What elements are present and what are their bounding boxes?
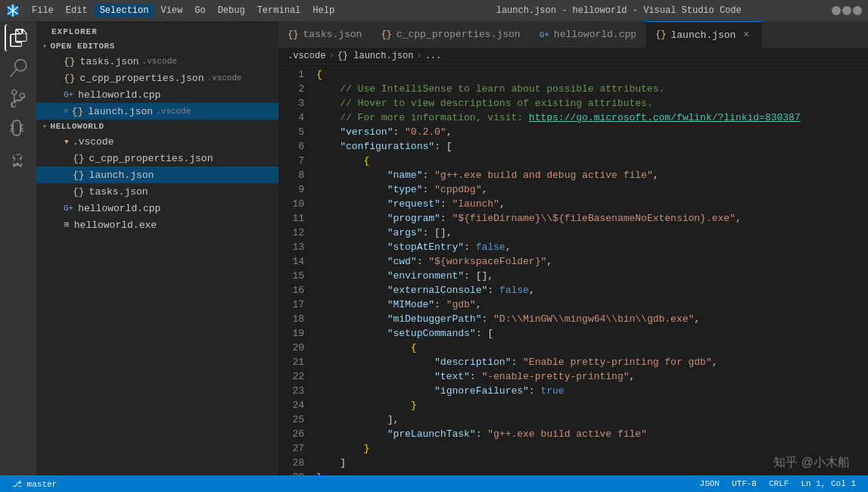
status-branch[interactable]: ⎇ master (6, 479, 63, 489)
c-cpp-label: c_cpp_properties.json (80, 73, 204, 84)
launch-json-oe-label: launch.json (88, 106, 153, 117)
close-button[interactable] (853, 6, 862, 15)
line-numbers: 123 456 789 101112 131415 161718 192021 … (278, 67, 310, 472)
c-cpp-icon: {} (64, 73, 76, 84)
tab-c-cpp-label: c_cpp_properties.json (397, 29, 521, 40)
helloworld-cpp-label: helloworld.cpp (78, 89, 160, 101)
status-eol[interactable]: CRLF (763, 479, 795, 488)
tab-launch-icon: {} (655, 30, 666, 40)
helloworld-label: HELLOWORLD (51, 122, 104, 131)
source-control-activity-icon[interactable] (5, 85, 32, 112)
breadcrumb-dots: ... (425, 51, 442, 61)
editor-area: {} tasks.json {} c_cpp_properties.json G… (278, 21, 868, 475)
debug-activity-icon[interactable] (5, 115, 32, 142)
maximize-button[interactable] (842, 6, 851, 15)
tab-helloworld-icon: G+ (540, 30, 549, 39)
launch-json-oe-icon: {} (72, 106, 84, 117)
tab-launch-label: launch.json (670, 30, 736, 41)
vscode-folder-icon: ▾ (64, 135, 70, 148)
tab-tasks-json[interactable]: {} tasks.json (278, 21, 372, 48)
menu-go[interactable]: Go (188, 4, 211, 17)
vscode-folder-label: .vscode (73, 136, 114, 148)
open-editor-c-cpp-props[interactable]: {} c_cpp_properties.json .vscode (36, 70, 278, 86)
menu-debug[interactable]: Debug (212, 4, 251, 17)
window-title: launch.json - helloworld - Visual Studio… (422, 5, 817, 16)
helloworld-section[interactable]: ▾ HELLOWORLD (36, 120, 278, 133)
c-cpp-props-file[interactable]: {} c_cpp_properties.json (36, 150, 278, 167)
helloworld-cpp-file[interactable]: G+ helloworld.cpp (36, 200, 278, 216)
breadcrumb-vscode: .vscode (288, 51, 325, 61)
open-editors-chevron: ▾ (42, 42, 48, 51)
helloworld-cpp-file-label: helloworld.cpp (78, 203, 160, 214)
open-editor-launch-json[interactable]: × {} launch.json .vscode (36, 103, 278, 120)
tab-c-cpp-icon: {} (381, 30, 391, 40)
menu-terminal[interactable]: Terminal (251, 4, 307, 17)
helloworld-exe-icon: ≡ (64, 220, 70, 231)
helloworld-exe-file[interactable]: ≡ helloworld.exe (36, 216, 278, 233)
menu-view[interactable]: View (154, 4, 188, 17)
tab-tasks-label: tasks.json (303, 29, 362, 40)
open-editors-section[interactable]: ▾ OPEN EDITORS (36, 39, 278, 53)
title-bar: File Edit Selection View Go Debug Termin… (0, 0, 868, 21)
c-cpp-suffix: .vscode (207, 73, 241, 83)
tasks-json-label: tasks.json (80, 56, 139, 67)
open-editors-label: OPEN EDITORS (51, 42, 115, 51)
menu-file[interactable]: File (26, 4, 60, 17)
open-editor-tasks-json[interactable]: {} tasks.json .vscode (36, 53, 278, 70)
activity-bar (0, 21, 36, 475)
app-icon (6, 4, 20, 17)
sidebar: EXPLORER ▾ OPEN EDITORS {} tasks.json .v… (36, 21, 278, 475)
status-position[interactable]: Ln 1, Col 1 (795, 479, 862, 488)
minimize-button[interactable] (832, 6, 841, 15)
status-lang[interactable]: JSON (694, 479, 726, 488)
extensions-activity-icon[interactable] (5, 145, 32, 173)
breadcrumb-sep1: › (328, 51, 334, 61)
explorer-activity-icon[interactable] (5, 24, 32, 51)
tab-c-cpp-props[interactable]: {} c_cpp_properties.json (372, 21, 530, 48)
helloworld-cpp-file-icon: G+ (64, 204, 73, 213)
tab-helloworld-label: helloworld.cpp (554, 29, 636, 40)
menu-edit[interactable]: Edit (60, 4, 94, 17)
tasks-json-file[interactable]: {} tasks.json (36, 183, 278, 200)
open-editor-helloworld-cpp[interactable]: G+ helloworld.cpp (36, 86, 278, 103)
tab-tasks-icon: {} (288, 30, 298, 40)
helloworld-exe-label: helloworld.exe (74, 220, 157, 231)
c-cpp-props-icon: {} (73, 153, 85, 164)
vscode-folder[interactable]: ▾ .vscode (36, 133, 278, 150)
status-bar: ⎇ master JSON UTF-8 CRLF Ln 1, Col 1 (0, 475, 868, 492)
breadcrumb: .vscode › {} launch.json › ... (278, 48, 868, 64)
tasks-json-icon: {} (64, 56, 76, 67)
menu-selection[interactable]: Selection (94, 4, 155, 17)
breadcrumb-sep2: › (416, 51, 422, 61)
tab-helloworld-cpp[interactable]: G+ helloworld.cpp (530, 21, 646, 48)
tasks-json-suffix: .vscode (142, 57, 177, 66)
search-activity-icon[interactable] (5, 54, 32, 82)
tab-close-button[interactable]: × (740, 29, 752, 41)
code-content[interactable]: { // Use IntelliSense to learn about pos… (310, 67, 868, 472)
tasks-json-file-label: tasks.json (89, 186, 148, 198)
menu-help[interactable]: Help (306, 4, 341, 17)
launch-json-oe-suffix: .vscode (156, 107, 191, 116)
tabs-bar: {} tasks.json {} c_cpp_properties.json G… (278, 21, 868, 48)
main-layout: EXPLORER ▾ OPEN EDITORS {} tasks.json .v… (0, 21, 868, 475)
tasks-json-file-icon: {} (73, 186, 85, 198)
breadcrumb-launch: {} launch.json (338, 51, 414, 61)
status-encoding[interactable]: UTF-8 (726, 479, 763, 488)
launch-json-label: launch.json (89, 170, 154, 181)
launch-modified-dot: × (64, 107, 69, 116)
helloworld-cpp-icon: G+ (64, 90, 73, 99)
launch-json-icon: {} (73, 170, 85, 181)
menu-bar: File Edit Selection View Go Debug Termin… (26, 4, 422, 17)
c-cpp-props-label: c_cpp_properties.json (89, 153, 213, 164)
sidebar-title: EXPLORER (36, 21, 278, 39)
code-editor[interactable]: 123 456 789 101112 131415 161718 192021 … (278, 64, 868, 475)
helloworld-chevron: ▾ (42, 122, 48, 131)
launch-json-file[interactable]: {} launch.json (36, 167, 278, 183)
tab-launch-json[interactable]: {} launch.json × (646, 21, 762, 48)
